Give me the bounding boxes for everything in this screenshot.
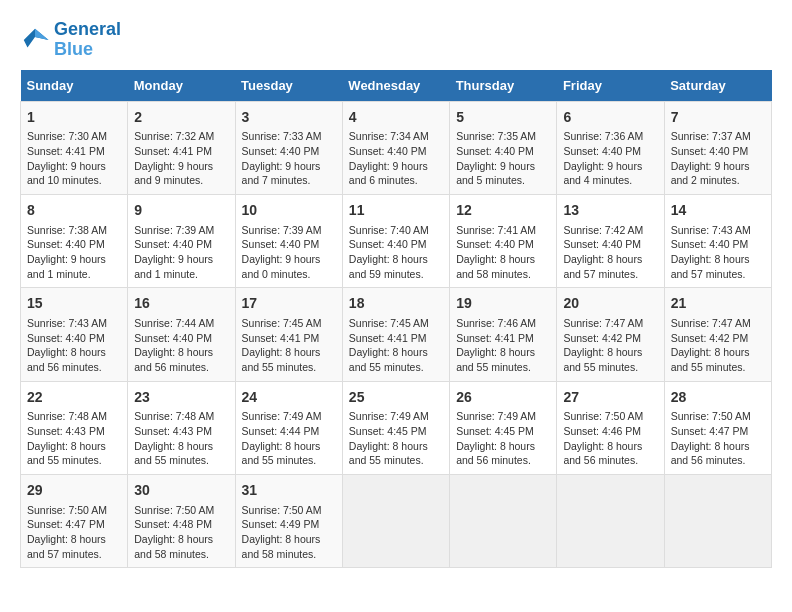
calendar-cell: 12 Sunrise: 7:41 AM Sunset: 4:40 PM Dayl… (450, 194, 557, 287)
header-friday: Friday (557, 70, 664, 102)
day-number: 8 (27, 201, 121, 221)
day-number: 28 (671, 388, 765, 408)
calendar-cell: 8 Sunrise: 7:38 AM Sunset: 4:40 PM Dayli… (21, 194, 128, 287)
day-number: 17 (242, 294, 336, 314)
calendar-cell: 25 Sunrise: 7:49 AM Sunset: 4:45 PM Dayl… (342, 381, 449, 474)
day-info: Sunrise: 7:37 AM Sunset: 4:40 PM Dayligh… (671, 129, 765, 188)
week-row-3: 15 Sunrise: 7:43 AM Sunset: 4:40 PM Dayl… (21, 288, 772, 381)
day-number: 27 (563, 388, 657, 408)
calendar-cell: 24 Sunrise: 7:49 AM Sunset: 4:44 PM Dayl… (235, 381, 342, 474)
day-number: 15 (27, 294, 121, 314)
day-info: Sunrise: 7:36 AM Sunset: 4:40 PM Dayligh… (563, 129, 657, 188)
calendar-table: SundayMondayTuesdayWednesdayThursdayFrid… (20, 70, 772, 569)
calendar-cell: 29 Sunrise: 7:50 AM Sunset: 4:47 PM Dayl… (21, 474, 128, 567)
calendar-header-row: SundayMondayTuesdayWednesdayThursdayFrid… (21, 70, 772, 102)
calendar-cell: 23 Sunrise: 7:48 AM Sunset: 4:43 PM Dayl… (128, 381, 235, 474)
day-number: 10 (242, 201, 336, 221)
calendar-cell: 3 Sunrise: 7:33 AM Sunset: 4:40 PM Dayli… (235, 101, 342, 194)
week-row-5: 29 Sunrise: 7:50 AM Sunset: 4:47 PM Dayl… (21, 474, 772, 567)
calendar-cell: 28 Sunrise: 7:50 AM Sunset: 4:47 PM Dayl… (664, 381, 771, 474)
day-number: 7 (671, 108, 765, 128)
day-info: Sunrise: 7:34 AM Sunset: 4:40 PM Dayligh… (349, 129, 443, 188)
week-row-4: 22 Sunrise: 7:48 AM Sunset: 4:43 PM Dayl… (21, 381, 772, 474)
header-sunday: Sunday (21, 70, 128, 102)
day-number: 26 (456, 388, 550, 408)
calendar-cell: 14 Sunrise: 7:43 AM Sunset: 4:40 PM Dayl… (664, 194, 771, 287)
day-number: 2 (134, 108, 228, 128)
calendar-cell: 18 Sunrise: 7:45 AM Sunset: 4:41 PM Dayl… (342, 288, 449, 381)
day-info: Sunrise: 7:45 AM Sunset: 4:41 PM Dayligh… (349, 316, 443, 375)
day-number: 5 (456, 108, 550, 128)
header-thursday: Thursday (450, 70, 557, 102)
day-number: 12 (456, 201, 550, 221)
calendar-cell: 5 Sunrise: 7:35 AM Sunset: 4:40 PM Dayli… (450, 101, 557, 194)
calendar-cell: 30 Sunrise: 7:50 AM Sunset: 4:48 PM Dayl… (128, 474, 235, 567)
calendar-cell: 9 Sunrise: 7:39 AM Sunset: 4:40 PM Dayli… (128, 194, 235, 287)
header-wednesday: Wednesday (342, 70, 449, 102)
day-number: 3 (242, 108, 336, 128)
day-number: 29 (27, 481, 121, 501)
header-saturday: Saturday (664, 70, 771, 102)
page-header: General Blue (20, 20, 772, 60)
calendar-cell: 2 Sunrise: 7:32 AM Sunset: 4:41 PM Dayli… (128, 101, 235, 194)
calendar-cell: 31 Sunrise: 7:50 AM Sunset: 4:49 PM Dayl… (235, 474, 342, 567)
day-info: Sunrise: 7:30 AM Sunset: 4:41 PM Dayligh… (27, 129, 121, 188)
day-info: Sunrise: 7:49 AM Sunset: 4:45 PM Dayligh… (349, 409, 443, 468)
calendar-cell: 17 Sunrise: 7:45 AM Sunset: 4:41 PM Dayl… (235, 288, 342, 381)
header-monday: Monday (128, 70, 235, 102)
calendar-cell: 27 Sunrise: 7:50 AM Sunset: 4:46 PM Dayl… (557, 381, 664, 474)
calendar-cell: 7 Sunrise: 7:37 AM Sunset: 4:40 PM Dayli… (664, 101, 771, 194)
day-info: Sunrise: 7:43 AM Sunset: 4:40 PM Dayligh… (671, 223, 765, 282)
logo-text: General Blue (54, 20, 121, 60)
calendar-cell (557, 474, 664, 567)
day-info: Sunrise: 7:49 AM Sunset: 4:44 PM Dayligh… (242, 409, 336, 468)
calendar-cell (450, 474, 557, 567)
day-number: 9 (134, 201, 228, 221)
calendar-cell (664, 474, 771, 567)
logo: General Blue (20, 20, 121, 60)
day-number: 20 (563, 294, 657, 314)
day-info: Sunrise: 7:42 AM Sunset: 4:40 PM Dayligh… (563, 223, 657, 282)
day-info: Sunrise: 7:43 AM Sunset: 4:40 PM Dayligh… (27, 316, 121, 375)
day-number: 22 (27, 388, 121, 408)
day-info: Sunrise: 7:47 AM Sunset: 4:42 PM Dayligh… (671, 316, 765, 375)
day-number: 1 (27, 108, 121, 128)
calendar-cell: 13 Sunrise: 7:42 AM Sunset: 4:40 PM Dayl… (557, 194, 664, 287)
day-info: Sunrise: 7:50 AM Sunset: 4:48 PM Dayligh… (134, 503, 228, 562)
day-info: Sunrise: 7:50 AM Sunset: 4:47 PM Dayligh… (671, 409, 765, 468)
day-info: Sunrise: 7:48 AM Sunset: 4:43 PM Dayligh… (134, 409, 228, 468)
calendar-cell: 26 Sunrise: 7:49 AM Sunset: 4:45 PM Dayl… (450, 381, 557, 474)
day-info: Sunrise: 7:41 AM Sunset: 4:40 PM Dayligh… (456, 223, 550, 282)
day-info: Sunrise: 7:47 AM Sunset: 4:42 PM Dayligh… (563, 316, 657, 375)
calendar-cell: 11 Sunrise: 7:40 AM Sunset: 4:40 PM Dayl… (342, 194, 449, 287)
calendar-cell: 16 Sunrise: 7:44 AM Sunset: 4:40 PM Dayl… (128, 288, 235, 381)
day-info: Sunrise: 7:48 AM Sunset: 4:43 PM Dayligh… (27, 409, 121, 468)
calendar-cell: 21 Sunrise: 7:47 AM Sunset: 4:42 PM Dayl… (664, 288, 771, 381)
day-number: 31 (242, 481, 336, 501)
day-info: Sunrise: 7:33 AM Sunset: 4:40 PM Dayligh… (242, 129, 336, 188)
day-number: 30 (134, 481, 228, 501)
day-number: 13 (563, 201, 657, 221)
day-info: Sunrise: 7:39 AM Sunset: 4:40 PM Dayligh… (134, 223, 228, 282)
day-number: 11 (349, 201, 443, 221)
day-info: Sunrise: 7:35 AM Sunset: 4:40 PM Dayligh… (456, 129, 550, 188)
calendar-cell: 15 Sunrise: 7:43 AM Sunset: 4:40 PM Dayl… (21, 288, 128, 381)
header-tuesday: Tuesday (235, 70, 342, 102)
calendar-cell: 6 Sunrise: 7:36 AM Sunset: 4:40 PM Dayli… (557, 101, 664, 194)
day-number: 25 (349, 388, 443, 408)
day-number: 4 (349, 108, 443, 128)
day-info: Sunrise: 7:50 AM Sunset: 4:46 PM Dayligh… (563, 409, 657, 468)
day-number: 16 (134, 294, 228, 314)
calendar-cell: 1 Sunrise: 7:30 AM Sunset: 4:41 PM Dayli… (21, 101, 128, 194)
day-info: Sunrise: 7:40 AM Sunset: 4:40 PM Dayligh… (349, 223, 443, 282)
svg-marker-1 (35, 29, 49, 40)
week-row-2: 8 Sunrise: 7:38 AM Sunset: 4:40 PM Dayli… (21, 194, 772, 287)
calendar-cell: 22 Sunrise: 7:48 AM Sunset: 4:43 PM Dayl… (21, 381, 128, 474)
calendar-cell: 20 Sunrise: 7:47 AM Sunset: 4:42 PM Dayl… (557, 288, 664, 381)
calendar-cell: 19 Sunrise: 7:46 AM Sunset: 4:41 PM Dayl… (450, 288, 557, 381)
day-info: Sunrise: 7:39 AM Sunset: 4:40 PM Dayligh… (242, 223, 336, 282)
logo-icon (20, 25, 50, 55)
day-number: 21 (671, 294, 765, 314)
day-info: Sunrise: 7:46 AM Sunset: 4:41 PM Dayligh… (456, 316, 550, 375)
day-info: Sunrise: 7:45 AM Sunset: 4:41 PM Dayligh… (242, 316, 336, 375)
